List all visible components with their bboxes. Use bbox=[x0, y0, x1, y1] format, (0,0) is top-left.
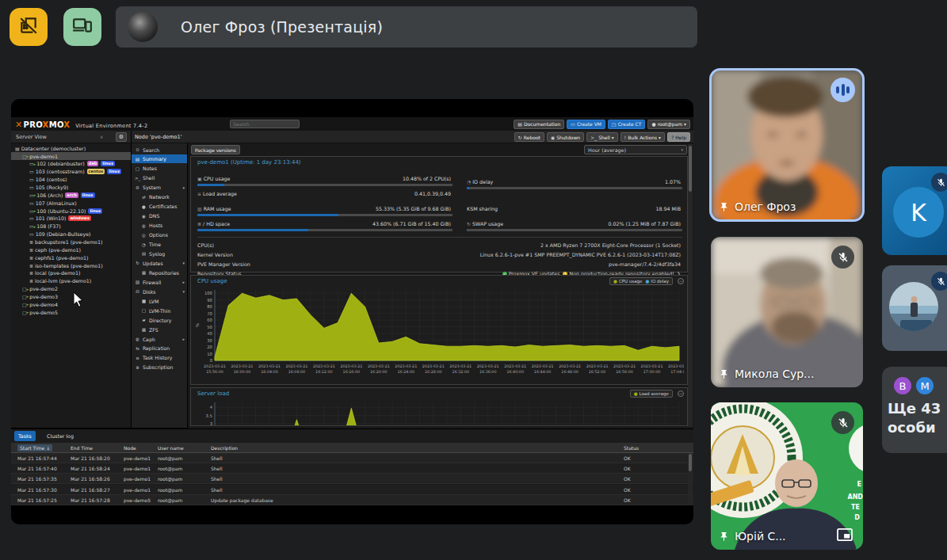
nav-item-firewall[interactable]: ▧Firewall▸ bbox=[132, 278, 188, 287]
table-row[interactable]: Mar 21 16:57:35Mar 21 16:58:26pve-demo1r… bbox=[11, 474, 693, 484]
package-versions-button[interactable]: Package versions bbox=[191, 145, 240, 154]
nav-item-options[interactable]: ◎Options bbox=[132, 230, 188, 239]
nav-item-time[interactable]: ◔Time bbox=[132, 240, 188, 249]
column-header-node[interactable]: Node bbox=[124, 445, 136, 451]
create-vm-button[interactable]: ▭Create VM bbox=[567, 120, 605, 129]
column-header-end-time[interactable]: End Time bbox=[71, 445, 93, 451]
nav-item-summary[interactable]: ▤Summary bbox=[132, 154, 188, 163]
content-scrollbar[interactable] bbox=[688, 144, 693, 427]
column-header-status[interactable]: Status bbox=[624, 445, 639, 451]
tree-item-pve-demo4[interactable]: ▢▸pve-demo4 bbox=[11, 301, 132, 309]
tree-item-109-debian-bullseye[interactable]: ▭109 (Debian-Bullseye) bbox=[11, 230, 132, 238]
svg-text:17:04:00: 17:04:00 bbox=[670, 370, 684, 374]
shell-button[interactable]: >_Shell▾ bbox=[586, 132, 618, 142]
tree-item-pve-demo3[interactable]: ▢▸pve-demo3 bbox=[11, 293, 132, 301]
nav-item-dns[interactable]: ◉DNS bbox=[132, 211, 188, 220]
resource-tree[interactable]: ▤Datacenter (democluster)▢▸pve-demo1▭▸10… bbox=[11, 143, 132, 428]
picture-in-picture-icon[interactable] bbox=[836, 528, 853, 542]
side-tile-k[interactable]: K bbox=[882, 166, 947, 255]
nav-item-directory[interactable]: ▰Directory bbox=[132, 316, 188, 325]
tab-cluster-log[interactable]: Cluster log bbox=[43, 431, 78, 441]
nav-item-updates[interactable]: ↻Updates▾ bbox=[132, 259, 188, 268]
dc-icon: ▤ bbox=[15, 146, 20, 151]
tree-item-cephfs1-pve-demo1[interactable]: ≣cephfs1 (pve-demo1) bbox=[11, 253, 132, 261]
column-header-user-name[interactable]: User name bbox=[158, 445, 184, 451]
table-row[interactable]: Mar 21 16:57:44Mar 21 16:58:20pve-demo1r… bbox=[11, 453, 693, 463]
nav-item-ceph[interactable]: ◍Ceph▸ bbox=[132, 335, 188, 344]
nav-item-lvm[interactable]: ■LVM bbox=[132, 297, 188, 306]
tree-item-datacenter-democluster[interactable]: ▤Datacenter (democluster) bbox=[11, 145, 132, 153]
svg-text:16:28:00: 16:28:00 bbox=[425, 370, 442, 374]
column-header-start-time[interactable]: Start Time ↓ bbox=[17, 444, 52, 451]
nav-item-notes[interactable]: ▢Notes bbox=[132, 164, 188, 173]
tree-item-108-f37[interactable]: ▭▸108 (F37) bbox=[11, 223, 132, 230]
help-button[interactable]: ?Help bbox=[667, 132, 690, 142]
node-nav-menu[interactable]: ⊙Search▤Summary▢Notes>_Shell⚙System▾⇄Net… bbox=[132, 143, 188, 428]
pve-search-input[interactable] bbox=[230, 120, 300, 128]
time-range-select[interactable]: Hour (average) ▾ bbox=[584, 145, 687, 154]
tree-item-pve-demo1[interactable]: ▢▸pve-demo1 bbox=[11, 152, 132, 160]
column-header-description[interactable]: Description bbox=[211, 445, 238, 451]
side-tile-photo[interactable] bbox=[882, 265, 947, 351]
video-tile-oleh[interactable]: Олег Фроз bbox=[711, 70, 863, 220]
table-row[interactable]: Mar 21 16:57:25Mar 21 16:57:28pve-demo5r… bbox=[11, 495, 693, 505]
nav-item-task-history[interactable]: ≡Task History bbox=[132, 353, 188, 362]
nav-item-search[interactable]: ⊙Search bbox=[132, 146, 188, 154]
tree-item-101-win10[interactable]: ▭101 (Win10)windows bbox=[11, 215, 132, 223]
tree-item-106-arch[interactable]: ▭▸106 (Arch)archlinux bbox=[11, 192, 132, 200]
nav-item-disks[interactable]: ⊟Disks▾ bbox=[132, 288, 188, 296]
tree-item-pve-demo5[interactable]: ▢▸pve-demo5 bbox=[11, 308, 132, 316]
legend-load-average: ●Load average bbox=[634, 391, 669, 396]
nav-item-syslog[interactable]: ▤Syslog bbox=[132, 250, 188, 258]
nav-item-repositories[interactable]: ▦Repositories bbox=[132, 269, 188, 277]
nav-item-lvm-thin[interactable]: □LVM-Thin bbox=[132, 307, 188, 315]
tree-item-102-debianbuster[interactable]: ▭▸102 (debianbuster)deblinux bbox=[11, 160, 132, 168]
table-row[interactable]: Mar 21 16:57:40Mar 21 16:58:24pve-demo1r… bbox=[11, 463, 693, 474]
tree-item-100-ubuntu-22-10[interactable]: ▭▸100 (Ubuntu-22.10)linux bbox=[11, 207, 132, 215]
create-ct-button[interactable]: ◳Create CT bbox=[608, 120, 645, 129]
cell-start-time: Mar 21 16:57:25 bbox=[17, 497, 57, 503]
tree-item-107-almalinux[interactable]: ▭107 (AlmaLinux) bbox=[11, 199, 132, 207]
svg-text:100: 100 bbox=[204, 291, 213, 295]
server-view-dropdown[interactable]: Server View bbox=[16, 134, 47, 140]
tasks-table-header[interactable]: Start Time ↓End TimeNodeUser nameDescrip… bbox=[11, 443, 693, 453]
nav-item-system[interactable]: ⚙System▾ bbox=[132, 183, 188, 192]
nav-item-hosts[interactable]: ◍Hosts bbox=[132, 221, 188, 230]
nav-item-zfs[interactable]: ▦ZFS bbox=[132, 326, 188, 334]
nav-item-network[interactable]: ⇄Network bbox=[132, 192, 188, 201]
nav-item-shell[interactable]: >_Shell bbox=[132, 173, 188, 182]
share-screen-button[interactable] bbox=[63, 8, 101, 46]
nav-item-replication[interactable]: ⇆Replication bbox=[132, 344, 188, 352]
tree-settings-button[interactable]: ⚙ bbox=[116, 132, 127, 142]
tree-item-103-centosstream[interactable]: ▭103 (centosstream)centoslinux bbox=[11, 168, 132, 176]
tab-tasks[interactable]: Tasks bbox=[14, 431, 36, 441]
tree-item-ceph-pve-demo1[interactable]: ≣ceph (pve-demo1) bbox=[11, 246, 132, 254]
tree-item-pve-demo2[interactable]: ▢▸pve-demo2 bbox=[11, 285, 132, 293]
tree-item-iso-templates-pve-demo1[interactable]: ≣iso-templates (pve-demo1) bbox=[11, 261, 132, 269]
tree-item-backupstore1-pve-demo1[interactable]: ≣backupstore1 (pve-demo1) bbox=[11, 238, 132, 246]
documentation-button[interactable]: ▤Documentation bbox=[514, 120, 564, 129]
video-tile-yurii[interactable]: E AND TE D Юрій bbox=[711, 402, 863, 550]
tree-item-local-pve-demo1[interactable]: ≣local (pve-demo1) bbox=[11, 269, 132, 277]
table-row[interactable]: Mar 21 16:57:30Mar 21 16:58:27pve-demo1r… bbox=[11, 485, 693, 495]
video-tile-mykola[interactable]: Микола Сур... bbox=[711, 237, 863, 387]
chevron-icon: ▸ bbox=[182, 280, 185, 284]
tasks-scrollbar[interactable] bbox=[688, 453, 693, 505]
subscription-icon: ⊕ bbox=[135, 365, 140, 370]
reboot-button[interactable]: ↻Reboot bbox=[514, 132, 544, 142]
server-load-legend: ●Load average bbox=[630, 390, 673, 398]
screen-share-tile[interactable]: ✕PROXMOX Virtual Environment 7.4-2 ▤Docu… bbox=[11, 99, 693, 524]
collapse-icon[interactable]: − bbox=[678, 278, 684, 284]
repositories-icon: ▦ bbox=[141, 270, 147, 275]
presentation-paused-button[interactable] bbox=[10, 8, 48, 46]
tree-item-local-lvm-pve-demo1[interactable]: ≣local-lvm (pve-demo1) bbox=[11, 277, 132, 285]
bulk-actions-button[interactable]: !Bulk Actions▾ bbox=[621, 132, 665, 142]
nav-item-certificates[interactable]: ●Certificates bbox=[132, 202, 188, 211]
tree-item-105-rocky9[interactable]: ▭105 (Rocky9) bbox=[11, 184, 132, 192]
shutdown-button[interactable]: ◉Shutdown bbox=[547, 132, 584, 142]
nav-item-subscription[interactable]: ⊕Subscription bbox=[132, 363, 188, 371]
side-tile-overflow[interactable]: BM Ще 43 особи bbox=[882, 367, 947, 453]
collapse-icon[interactable]: − bbox=[678, 390, 684, 397]
root-pam-button[interactable]: ●root@pam▾ bbox=[647, 120, 690, 129]
tree-item-104-centos[interactable]: ▭104 (centos) bbox=[11, 176, 132, 184]
